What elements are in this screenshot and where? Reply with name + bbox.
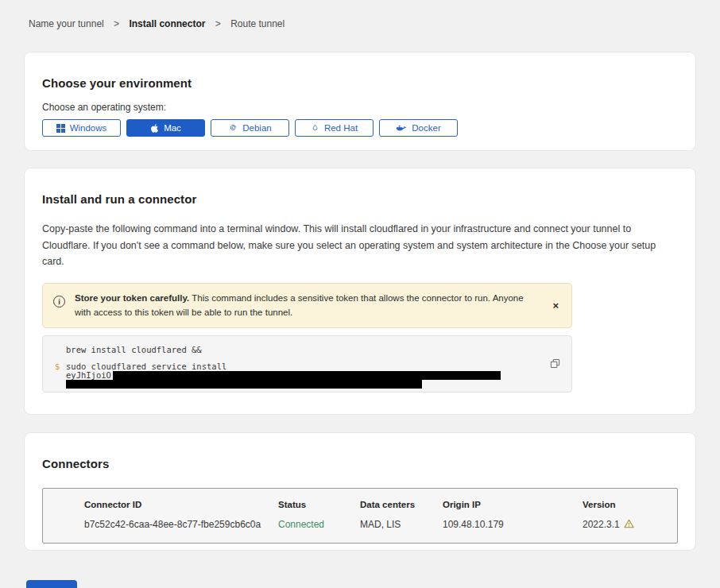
shell-prompt: $ (55, 362, 66, 371)
install-card: Install and run a connector Copy-paste t… (25, 168, 695, 414)
close-banner-button[interactable]: × (549, 297, 562, 314)
os-button-docker[interactable]: Docker (379, 119, 458, 137)
os-button-group: Windows Mac Debian Red Hat (42, 119, 678, 137)
breadcrumb: Name your tunnel > Install connector > R… (25, 18, 695, 29)
version-value: 2022.3.1 (583, 519, 620, 530)
next-button[interactable]: Next (26, 580, 77, 588)
command-code-block: brew install cloudflared && $ sudo cloud… (42, 335, 572, 393)
version-cell: 2022.3.1 (583, 519, 664, 531)
breadcrumb-separator: > (215, 18, 221, 29)
environment-card-title: Choose your environment (42, 76, 678, 90)
breadcrumb-step-name-tunnel[interactable]: Name your tunnel (29, 18, 104, 29)
col-header-status: Status (278, 500, 360, 509)
os-button-label: Mac (164, 123, 181, 133)
col-header-origin-ip: Origin IP (443, 500, 583, 509)
code-text: brew install cloudflared && (66, 346, 202, 354)
breadcrumb-separator: > (114, 18, 119, 29)
origin-ip-cell: 109.48.10.179 (443, 519, 583, 530)
col-header-connector-id: Connector ID (84, 500, 278, 509)
redacted-token-bar (113, 371, 501, 380)
connectors-table: Connector ID Status Data centers Origin … (42, 488, 678, 544)
environment-card: Choose your environment Choose an operat… (25, 52, 695, 150)
code-line-token-2 (55, 380, 560, 389)
code-line-1: brew install cloudflared && (55, 346, 560, 354)
table-header-row: Connector ID Status Data centers Origin … (43, 500, 677, 509)
col-header-version: Version (583, 500, 664, 509)
breadcrumb-step-install-connector[interactable]: Install connector (129, 18, 205, 29)
code-text: sudo cloudflared service install (66, 362, 226, 371)
warning-title: Store your token carefully. (75, 293, 189, 303)
debian-icon (228, 123, 238, 133)
table-row: b7c52c42-6caa-48ee-8c77-fbe259cb6c0a Con… (43, 519, 677, 531)
os-button-label: Windows (70, 123, 107, 133)
token-warning-banner: i Store your token carefully. This comma… (42, 283, 572, 328)
os-select-label: Choose an operating system: (42, 102, 678, 113)
os-button-windows[interactable]: Windows (42, 119, 121, 137)
token-prefix: eyJhIjoiO (66, 371, 111, 380)
page: Name your tunnel > Install connector > R… (0, 0, 720, 588)
install-description: Copy-paste the following command into a … (42, 221, 678, 270)
breadcrumb-step-route-tunnel[interactable]: Route tunnel (230, 18, 285, 29)
connector-id-cell: b7c52c42-6caa-48ee-8c77-fbe259cb6c0a (84, 519, 278, 530)
os-button-label: Red Hat (324, 123, 358, 133)
apple-icon (150, 123, 159, 133)
code-line-2: $ sudo cloudflared service install (55, 362, 560, 371)
status-badge: Connected (278, 519, 360, 530)
data-centers-cell: MAD, LIS (360, 519, 443, 530)
os-button-debian[interactable]: Debian (211, 119, 289, 137)
redhat-icon (311, 123, 319, 133)
os-button-label: Debian (242, 123, 271, 133)
code-line-token: eyJhIjoiO (55, 371, 560, 380)
info-icon: i (53, 296, 65, 308)
os-button-mac[interactable]: Mac (126, 119, 205, 137)
docker-icon (396, 124, 407, 133)
os-button-label: Docker (412, 123, 440, 133)
redacted-token-bar (66, 380, 422, 389)
windows-icon (56, 124, 65, 133)
copy-command-button[interactable] (548, 357, 562, 373)
os-button-redhat[interactable]: Red Hat (295, 119, 374, 137)
col-header-data-centers: Data centers (360, 500, 443, 509)
install-card-title: Install and run a connector (42, 192, 678, 206)
connectors-card: Connectors Connector ID Status Data cent… (25, 433, 695, 550)
connectors-card-title: Connectors (42, 457, 678, 470)
version-warning-icon (624, 519, 634, 531)
